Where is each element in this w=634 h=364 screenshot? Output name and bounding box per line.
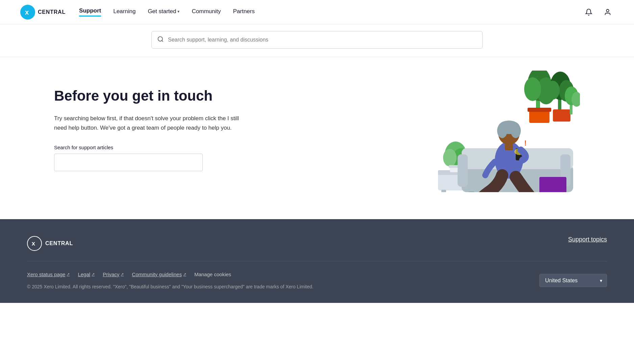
svg-text:x: x xyxy=(32,240,35,247)
footer-links: Xero status page ↗ Legal ↗ Privacy ↗ Com… xyxy=(27,271,313,277)
footer-divider xyxy=(27,261,607,261)
svg-rect-30 xyxy=(458,154,468,187)
search-articles-input[interactable] xyxy=(54,154,203,171)
main-header: x CENTRAL Support Learning Get started ▾… xyxy=(0,0,634,24)
svg-point-2 xyxy=(158,36,163,41)
svg-rect-33 xyxy=(468,191,474,192)
svg-rect-9 xyxy=(528,108,551,112)
svg-point-25 xyxy=(443,149,457,166)
svg-rect-14 xyxy=(553,109,570,122)
xero-x-icon: x xyxy=(24,8,32,16)
nav-item-partners[interactable]: Partners xyxy=(233,8,254,16)
global-search-section xyxy=(0,24,634,57)
footer-community-guidelines-link[interactable]: Community guidelines ↗ xyxy=(132,271,186,277)
nav-item-support[interactable]: Support xyxy=(79,7,101,17)
footer-support-topics-link[interactable]: Support topics xyxy=(568,236,607,243)
svg-text:!: ! xyxy=(524,139,527,147)
footer-xero-status-link[interactable]: Xero status page ↗ xyxy=(27,271,70,277)
logo-text: CENTRAL xyxy=(38,9,66,15)
hero-section: Before you get in touch Try searching be… xyxy=(0,57,634,219)
footer-manage-cookies-link[interactable]: Manage cookies xyxy=(194,271,231,277)
country-selector[interactable]: United States United Kingdom Australia N… xyxy=(539,274,607,287)
hero-content: Before you get in touch Try searching be… xyxy=(54,77,243,171)
footer-top: x CENTRAL Support topics xyxy=(27,236,607,251)
search-articles-label: Search for support articles xyxy=(54,145,243,150)
svg-point-40 xyxy=(497,123,507,138)
footer-legal-link[interactable]: Legal ↗ xyxy=(78,271,95,277)
svg-rect-35 xyxy=(539,177,566,192)
xero-logo-icon: x xyxy=(20,5,35,20)
header-icon-group xyxy=(583,6,614,18)
nav-item-learning[interactable]: Learning xyxy=(113,8,136,16)
footer-copyright: © 2025 Xero Limited. All rights reserved… xyxy=(27,284,313,289)
footer-logo-text: CENTRAL xyxy=(45,240,73,246)
global-search-input[interactable] xyxy=(168,37,477,43)
bell-icon xyxy=(585,8,592,16)
country-selector-wrapper: United States United Kingdom Australia N… xyxy=(539,274,607,287)
svg-point-7 xyxy=(524,77,541,101)
svg-rect-20 xyxy=(441,190,446,192)
footer-logo: x CENTRAL xyxy=(27,236,73,251)
global-search-icon xyxy=(157,36,164,44)
hero-illustration: ! xyxy=(404,71,580,192)
svg-line-3 xyxy=(162,40,163,42)
external-link-icon: ↗ xyxy=(183,272,186,277)
global-search-bar xyxy=(151,31,483,49)
illustration-svg: ! xyxy=(404,71,580,192)
nav-item-get-started[interactable]: Get started ▾ xyxy=(148,8,179,16)
footer-x-icon: x xyxy=(31,240,38,247)
svg-point-13 xyxy=(546,81,560,100)
footer-privacy-link[interactable]: Privacy ↗ xyxy=(103,271,124,277)
logo-link[interactable]: x CENTRAL xyxy=(20,5,66,20)
user-icon xyxy=(604,8,611,16)
external-link-icon: ↗ xyxy=(121,272,124,277)
hero-subtitle: Try searching below first, if that doesn… xyxy=(54,114,243,132)
country-select-input[interactable]: United States United Kingdom Australia N… xyxy=(545,278,601,283)
svg-point-1 xyxy=(606,9,609,11)
svg-point-41 xyxy=(511,123,521,138)
footer-bottom: Xero status page ↗ Legal ↗ Privacy ↗ Com… xyxy=(27,271,607,289)
svg-text:x: x xyxy=(25,8,29,16)
svg-rect-42 xyxy=(505,144,513,150)
profile-button[interactable] xyxy=(602,6,614,18)
external-link-icon: ↗ xyxy=(67,272,70,277)
notification-button[interactable] xyxy=(583,6,595,18)
external-link-icon: ↗ xyxy=(92,272,95,277)
footer-xero-logo-icon: x xyxy=(27,236,42,251)
nav-item-community[interactable]: Community xyxy=(192,8,221,16)
main-nav: Support Learning Get started ▾ Community… xyxy=(79,7,583,17)
hero-title: Before you get in touch xyxy=(54,87,243,104)
get-started-chevron-icon: ▾ xyxy=(177,9,179,14)
main-footer: x CENTRAL Support topics Xero status pag… xyxy=(0,219,634,303)
